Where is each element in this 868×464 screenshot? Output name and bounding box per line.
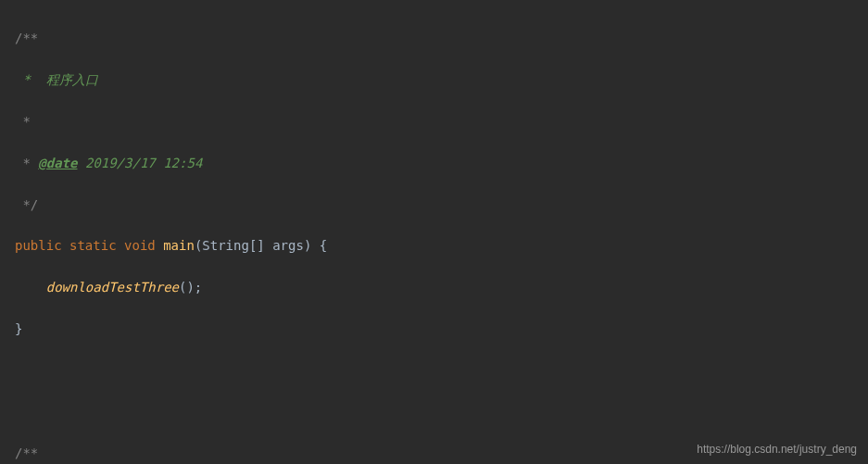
comment-end: */: [15, 197, 38, 212]
code-line: */: [15, 194, 853, 215]
code-line: public static void main(String[] args) {: [15, 235, 853, 256]
comment-start: /**: [15, 445, 38, 460]
code-line: /**: [15, 28, 853, 48]
keyword-static: static: [69, 238, 117, 253]
comment-date: 2019/3/17 12:54: [77, 156, 202, 170]
comment-text: * 程序入口: [15, 72, 98, 87]
close-brace: }: [15, 321, 22, 336]
watermark-text: https://blog.csdn.net/justry_deng: [697, 441, 857, 458]
code-line: [15, 360, 853, 381]
code-editor[interactable]: /** * 程序入口 * * @date 2019/3/17 12:54 */ …: [15, 7, 853, 464]
comment-text: *: [15, 114, 31, 129]
code-line: * @date 2019/3/17 12:54: [15, 153, 853, 173]
keyword-public: public: [15, 238, 62, 253]
code-line: [15, 401, 853, 421]
method-params: (String[] args) {: [195, 238, 327, 253]
code-line: * 程序入口: [15, 69, 853, 90]
doc-tag: @date: [38, 156, 77, 170]
punct: ();: [179, 280, 202, 295]
comment-start: /**: [15, 31, 38, 45]
method-main: main: [163, 238, 195, 253]
code-line: }: [15, 319, 853, 339]
code-line: downloadTestThree();: [15, 277, 853, 297]
method-call: downloadTestThree: [46, 280, 179, 295]
keyword-void: void: [124, 238, 156, 253]
code-line: *: [15, 111, 853, 132]
comment-text: *: [15, 156, 38, 170]
